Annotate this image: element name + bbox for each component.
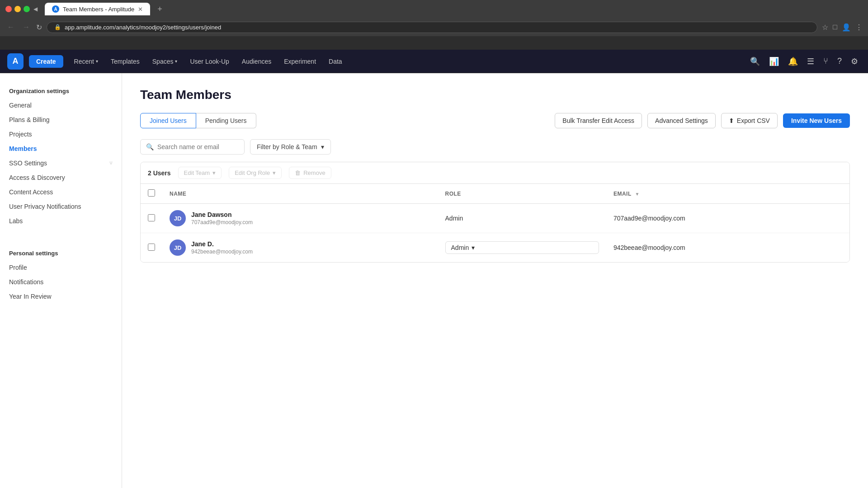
col-header-email[interactable]: EMAIL ▼ [606,184,849,204]
sidebar-item-year-in-review[interactable]: Year In Review [0,289,122,304]
maximize-window-btn[interactable] [24,6,30,12]
search-box[interactable]: 🔍 [140,139,245,155]
sidebar-item-sso-settings[interactable]: SSO Settings ⑂ [0,156,122,170]
sidebar-item-members[interactable]: Members [0,141,122,156]
list-icon-btn[interactable]: ☰ [804,54,817,69]
personal-settings-section: Personal settings Profile Notifications … [0,246,122,304]
sidebar-item-notifications[interactable]: Notifications [0,275,122,289]
bell-icon-btn[interactable]: 🔔 [785,54,801,69]
user-count: 2 Users [148,169,171,177]
advanced-settings-btn[interactable]: Advanced Settings [647,113,716,128]
user-email: 942beeae@moodjoy.com [191,249,253,255]
export-csv-btn[interactable]: ⬆ Export CSV [721,113,778,128]
action-buttons: Bulk Transfer Edit Access Advanced Setti… [555,113,850,128]
user-info: JD Jane Dawson 707aad9e@moodjoy.com [170,210,431,226]
user-email: 707aad9e@moodjoy.com [191,219,253,225]
sidebar-item-projects[interactable]: Projects [0,127,122,141]
sidebar-item-profile[interactable]: Profile [0,260,122,275]
new-tab-btn[interactable]: + [154,3,166,16]
sidebar-item-content-access[interactable]: Content Access [0,185,122,199]
menu-icon[interactable]: ⋮ [855,23,863,32]
extension-icon[interactable]: □ [833,23,837,31]
branch-icon-btn[interactable]: ⑂ [821,54,831,69]
invite-users-btn[interactable]: Invite New Users [783,113,850,128]
window-controls [5,6,30,12]
users-table-container: 2 Users Edit Team ▾ Edit Org Role ▾ 🗑 Re… [140,162,850,263]
search-icon-btn[interactable]: 🔍 [747,54,763,69]
sidebar-item-access-discovery[interactable]: Access & Discovery [0,170,122,185]
sidebar-item-general[interactable]: General [0,98,122,113]
refresh-btn[interactable]: ↻ [36,23,42,32]
org-settings-title: Organization settings [0,84,122,96]
select-all-header [141,184,162,204]
nav-item-experiment[interactable]: Experiment [278,55,321,68]
tab-group: Joined Users Pending Users [140,113,256,128]
filter-role-team-btn[interactable]: Filter by Role & Team ▾ [250,139,331,155]
browser-tab[interactable]: A Team Members - Amplitude ✕ [45,3,150,15]
email-text: 707aad9e@moodjoy.com [613,215,685,222]
chevron-down-icon: ▾ [273,169,276,176]
tab-pending-users[interactable]: Pending Users [196,113,256,128]
row2-email-cell: 942beeae@moodjoy.com [606,233,849,263]
help-icon-btn[interactable]: ? [835,54,844,69]
sidebar-item-user-privacy[interactable]: User Privacy Notifications [0,199,122,214]
row1-name-cell: JD Jane Dawson 707aad9e@moodjoy.com [162,204,438,233]
app-nav-icons: 🔍 📊 🔔 ☰ ⑂ ? ⚙ [747,54,861,69]
sidebar-item-plans-billing[interactable]: Plans & Billing [0,113,122,127]
tab-title: Team Members - Amplitude [63,6,134,13]
chevron-down-icon: ▾ [472,244,475,251]
personal-settings-title: Personal settings [0,246,122,258]
select-all-checkbox[interactable] [148,189,155,197]
tab-joined-users[interactable]: Joined Users [140,113,196,128]
row1-checkbox[interactable] [148,214,155,221]
graph-icon-btn[interactable]: 📊 [766,54,782,69]
sidebar-item-labs[interactable]: Labs [0,214,122,228]
browser-chrome: ◀ A Team Members - Amplitude ✕ + ← → ↻ 🔒… [0,0,868,50]
create-button[interactable]: Create [29,55,63,68]
search-input[interactable] [157,143,239,150]
role-dropdown[interactable]: Admin ▾ [445,241,599,254]
main-content: Team Members Joined Users Pending Users … [122,73,868,488]
nav-item-audiences[interactable]: Audiences [236,55,277,68]
settings-icon-btn[interactable]: ⚙ [848,54,861,69]
nav-item-data[interactable]: Data [323,55,348,68]
url-bar[interactable]: 🔒 app.amplitude.com/analytics/moodjoy2/s… [47,22,817,33]
row2-role-cell: Admin ▾ [438,233,606,263]
row2-name-cell: JD Jane D. 942beeae@moodjoy.com [162,233,438,263]
profile-icon[interactable]: 👤 [842,23,851,32]
table-header-row: NAME ROLE EMAIL ▼ [141,184,849,204]
back-btn[interactable]: ← [5,21,16,33]
close-window-btn[interactable] [5,6,12,12]
amplitude-logo[interactable]: A [7,53,24,70]
remove-btn[interactable]: 🗑 Remove [289,167,331,179]
avatar: JD [170,239,186,256]
bulk-transfer-btn[interactable]: Bulk Transfer Edit Access [555,113,642,128]
nav-item-spaces[interactable]: Spaces ▾ [147,55,183,68]
row2-checkbox-cell [141,233,162,263]
external-link-icon: ⑂ [109,160,113,166]
bookmark-star-icon[interactable]: ☆ [822,23,828,32]
edit-team-dropdown[interactable]: Edit Team ▾ [178,167,222,179]
users-table: NAME ROLE EMAIL ▼ [141,184,849,262]
main-area: Organization settings General Plans & Bi… [0,73,868,488]
nav-item-templates[interactable]: Templates [105,55,145,68]
filter-row: 🔍 Filter by Role & Team ▾ [140,139,850,155]
role-text: Admin [445,215,463,222]
close-tab-btn[interactable]: ✕ [138,6,143,13]
forward-btn[interactable]: → [21,21,32,33]
user-name: Jane Dawson [191,211,253,218]
table-row: JD Jane D. 942beeae@moodjoy.com [141,233,849,263]
browser-right-icons: ☆ □ 👤 ⋮ [822,23,863,32]
edit-org-role-dropdown[interactable]: Edit Org Role ▾ [229,167,282,179]
lock-icon: 🔒 [54,24,61,30]
row2-checkbox[interactable] [148,244,155,251]
app-layout: A Create Recent ▾ Templates Spaces ▾ Use… [0,50,868,488]
minimize-window-btn[interactable] [14,6,21,12]
nav-item-user-lookup[interactable]: User Look-Up [184,55,234,68]
sidebar: Organization settings General Plans & Bi… [0,73,122,488]
sort-icon: ▼ [635,192,639,197]
table-actions-bar: 2 Users Edit Team ▾ Edit Org Role ▾ 🗑 Re… [141,162,849,184]
nav-item-recent[interactable]: Recent ▾ [69,55,104,68]
chevron-down-icon: ▾ [321,143,324,150]
email-text: 942beeae@moodjoy.com [613,244,685,251]
